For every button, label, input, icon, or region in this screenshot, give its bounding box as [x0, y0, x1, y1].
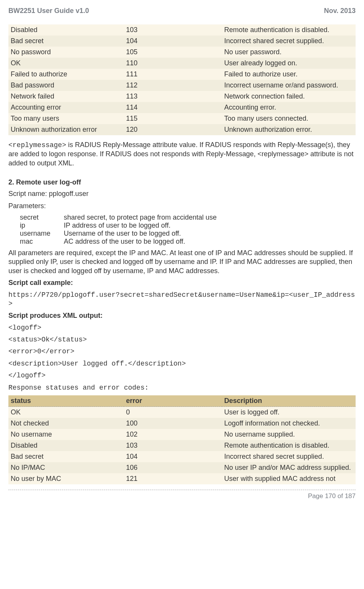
param-row: ipIP address of user to be logged off. — [20, 222, 356, 230]
cell-status: No IP/MAC — [8, 462, 124, 473]
cell-desc: Accounting error. — [222, 102, 356, 113]
cell-status: OK — [8, 407, 124, 418]
param-row: secretshared secret, to protect page fro… — [20, 214, 356, 222]
table-row: OK110User already logged on. — [8, 58, 356, 69]
cell-status: OK — [8, 58, 124, 69]
cell-error: 102 — [124, 429, 222, 440]
cell-status: Accounting error — [8, 102, 124, 113]
cell-desc: Failed to authorize user. — [222, 69, 356, 80]
cell-desc: No username supplied. — [222, 429, 356, 440]
cell-status: No password — [8, 47, 124, 58]
parameter-list: secretshared secret, to protect page fro… — [20, 214, 356, 246]
table-row: Bad secret104Incorrect shared secret sup… — [8, 36, 356, 47]
cell-status: Too many users — [8, 113, 124, 124]
cell-error: 120 — [124, 124, 222, 135]
header-left: BW2251 User Guide v1.0 — [8, 7, 89, 15]
cell-desc: No user password. — [222, 47, 356, 58]
cell-status: Disabled — [8, 24, 124, 36]
table-row: No username102No username supplied. — [8, 429, 356, 440]
cell-desc: Remote authentication is disabled. — [222, 24, 356, 36]
table-row: Bad password112Incorrect username or/and… — [8, 80, 356, 91]
cell-error: 103 — [124, 24, 222, 36]
cell-status: No user by MAC — [8, 473, 124, 484]
cell-desc: User with supplied MAC address not — [222, 473, 356, 484]
param-desc: IP address of user to be logged off. — [64, 222, 171, 230]
cell-error: 113 — [124, 91, 222, 102]
cell-desc: Remote authentication is disabled. — [222, 440, 356, 451]
table-row: No password105No user password. — [8, 47, 356, 58]
param-name: secret — [20, 214, 64, 222]
table2-header-error: error — [124, 395, 222, 407]
cell-status: No username — [8, 429, 124, 440]
cell-desc: User already logged on. — [222, 58, 356, 69]
cell-error: 112 — [124, 80, 222, 91]
cell-status: Failed to authorize — [8, 69, 124, 80]
param-name: mac — [20, 238, 64, 246]
xml-line: <status>Ok</status> — [8, 335, 356, 344]
cell-status: Unknown authorization error — [8, 124, 124, 135]
response-statuses-label: Response statuses and error codes: — [8, 383, 356, 392]
xml-line: <description>User logged off.</descripti… — [8, 359, 356, 368]
parameters-note: All parameters are required, except the … — [8, 249, 356, 275]
script-call-label: Script call example: — [8, 278, 356, 287]
xml-line: </logoff> — [8, 371, 356, 380]
cell-error: 114 — [124, 102, 222, 113]
cell-status: Not checked — [8, 418, 124, 429]
cell-status: Bad secret — [8, 36, 124, 47]
cell-error: 100 — [124, 418, 222, 429]
section-2-title: 2. Remote user log-off — [8, 178, 356, 186]
table-row: OK0User is logged off. — [8, 407, 356, 418]
cell-error: 106 — [124, 462, 222, 473]
table2-header-description: Description — [222, 395, 356, 407]
cell-error: 104 — [124, 451, 222, 462]
page-footer: Page 170 of 187 — [8, 490, 356, 500]
table-row: No user by MAC121User with supplied MAC … — [8, 473, 356, 484]
cell-desc: Too many users connected. — [222, 113, 356, 124]
cell-error: 103 — [124, 440, 222, 451]
cell-desc: Incorrect username or/and password. — [222, 80, 356, 91]
xml-output-label: Script produces XML output: — [8, 311, 356, 320]
param-desc: Username of the user to be logged off. — [64, 230, 181, 238]
param-row: macAC address of the user to be logged o… — [20, 238, 356, 246]
status-table-2: status error Description OK0User is logg… — [8, 395, 356, 484]
param-row: usernameUsername of the user to be logge… — [20, 230, 356, 238]
cell-desc: Network connection failed. — [222, 91, 356, 102]
cell-status: Disabled — [8, 440, 124, 451]
xml-line: <error>0</error> — [8, 347, 356, 356]
param-desc: shared secret, to protect page from acci… — [64, 214, 217, 222]
table-row: Disabled103Remote authentication is disa… — [8, 24, 356, 36]
xml-line: <logoff> — [8, 324, 356, 332]
table-row: Not checked100Logoff information not che… — [8, 418, 356, 429]
cell-status: Network failed — [8, 91, 124, 102]
cell-desc: Incorrect shared secret supplied. — [222, 451, 356, 462]
cell-desc: Logoff information not checked. — [222, 418, 356, 429]
param-name: ip — [20, 222, 64, 230]
table-row: Too many users115Too many users connecte… — [8, 113, 356, 124]
table-row: Network failed113Network connection fail… — [8, 91, 356, 102]
param-name: username — [20, 230, 64, 238]
cell-desc: Incorrect shared secret supplied. — [222, 36, 356, 47]
status-table-1: Disabled103Remote authentication is disa… — [8, 24, 356, 135]
cell-error: 0 — [124, 407, 222, 418]
cell-status: Bad secret — [8, 451, 124, 462]
cell-error: 121 — [124, 473, 222, 484]
page-header: BW2251 User Guide v1.0 Nov. 2013 — [8, 7, 356, 15]
parameters-label: Parameters: — [8, 202, 356, 210]
replymessage-tag: <replymessage> — [8, 141, 66, 149]
cell-error: 115 — [124, 113, 222, 124]
table2-header-status: status — [8, 395, 124, 407]
cell-error: 110 — [124, 58, 222, 69]
table-row: Failed to authorize111Failed to authoriz… — [8, 69, 356, 80]
cell-status: Bad password — [8, 80, 124, 91]
header-right: Nov. 2013 — [324, 7, 356, 15]
replymessage-para: <replymessage> is RADIUS Reply-Message a… — [8, 141, 356, 168]
table-row: Disabled103Remote authentication is disa… — [8, 440, 356, 451]
cell-error: 104 — [124, 36, 222, 47]
cell-error: 111 — [124, 69, 222, 80]
cell-error: 105 — [124, 47, 222, 58]
table-row: No IP/MAC106No user IP and/or MAC addres… — [8, 462, 356, 473]
script-name-line: Script name: pplogoff.user — [8, 189, 356, 198]
cell-desc: Unknown authorization error. — [222, 124, 356, 135]
table-row: Unknown authorization error120Unknown au… — [8, 124, 356, 135]
cell-desc: User is logged off. — [222, 407, 356, 418]
